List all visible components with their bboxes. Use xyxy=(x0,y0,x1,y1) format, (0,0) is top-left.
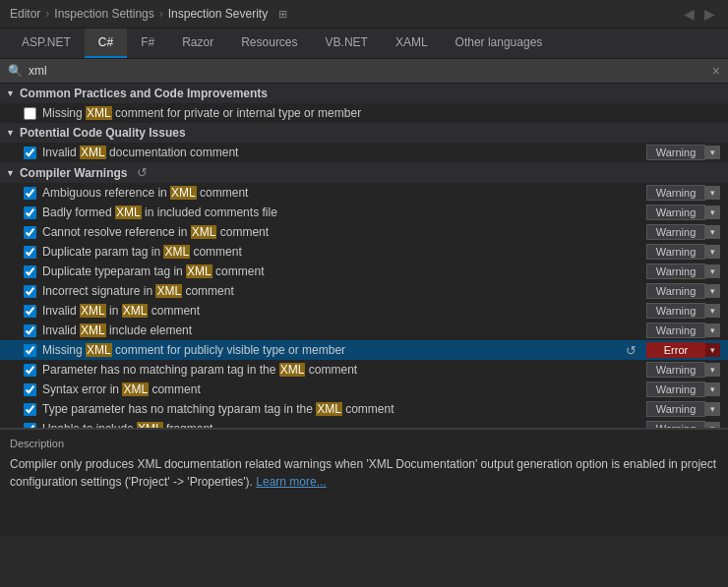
row-invalid-xml-include: Invalid XML include element Warning ▾ xyxy=(0,321,728,340)
checkbox-unable-include[interactable] xyxy=(24,423,36,429)
checkbox-duplicate-param[interactable] xyxy=(24,246,36,259)
checkbox-syntax-error[interactable] xyxy=(24,383,36,396)
sev-arrow-invxmlin[interactable]: ▾ xyxy=(705,304,720,318)
checkbox-invalid-xml-doc[interactable] xyxy=(24,147,36,159)
sev-btn-ambiguous[interactable]: Warning xyxy=(646,185,705,201)
checkbox-badly-formed[interactable] xyxy=(24,206,36,219)
tab-fsharp[interactable]: F# xyxy=(127,29,168,58)
checkbox-ambiguous-ref[interactable] xyxy=(24,187,36,200)
sev-btn-duparam[interactable]: Warning xyxy=(646,244,705,260)
checkbox-missing-xml-private[interactable] xyxy=(24,107,36,120)
tab-bar: ASP.NET C# F# Razor Resources VB.NET XAM… xyxy=(0,29,728,59)
tab-csharp[interactable]: C# xyxy=(85,29,127,58)
sev-cannot: Warning ▾ xyxy=(646,224,720,240)
xml-highlight-2: XML xyxy=(80,146,106,159)
sev-paramnomatch: Warning ▾ xyxy=(646,362,720,378)
label-missing-xml-public: Missing XML comment for publicly visible… xyxy=(42,343,616,357)
sev-arrow-badly[interactable]: ▾ xyxy=(705,205,720,219)
tab-xaml[interactable]: XAML xyxy=(382,29,442,58)
severity-arrow-btn[interactable]: ▾ xyxy=(705,146,720,159)
sev-btn-invinclude[interactable]: Warning xyxy=(646,323,705,338)
sev-incsig: Warning ▾ xyxy=(646,283,720,299)
breadcrumb-sep-1: › xyxy=(45,7,49,21)
label-unable-include: Unable to include XML fragment xyxy=(42,422,640,428)
xml-highlight: XML xyxy=(86,106,112,120)
row-missing-xml-public: Missing XML comment for publicly visible… xyxy=(0,340,728,360)
sev-invxmlin: Warning ▾ xyxy=(646,303,720,319)
xml-h10: XML xyxy=(279,363,306,377)
breadcrumb-inspection-settings[interactable]: Inspection Settings xyxy=(54,7,153,21)
sev-arrow-typeparamnomatch[interactable]: ▾ xyxy=(705,402,720,416)
sev-arrow-syntaxerr[interactable]: ▾ xyxy=(705,382,720,396)
sev-btn-dutype[interactable]: Warning xyxy=(646,264,705,279)
sev-btn-cannot[interactable]: Warning xyxy=(646,224,705,240)
sev-btn-unableinclude[interactable]: Warning xyxy=(646,421,705,428)
row-duplicate-param: Duplicate param tag in XML comment Warni… xyxy=(0,242,728,262)
xml-h11: XML xyxy=(122,382,149,396)
row-invalid-xml-doc: Invalid XML documentation comment Warnin… xyxy=(0,143,728,162)
sev-arrow-paramnomatch[interactable]: ▾ xyxy=(705,363,720,377)
chevron-down-icon: ▼ xyxy=(6,88,15,98)
section-label-potential: Potential Code Quality Issues xyxy=(20,126,186,140)
reset-compiler-section-button[interactable]: ↺ xyxy=(133,165,152,180)
tab-aspnet[interactable]: ASP.NET xyxy=(8,29,85,58)
row-unable-include: Unable to include XML fragment Warning ▾ xyxy=(0,419,728,428)
xml-h6: XML xyxy=(155,284,182,298)
label-invalid-xml-include: Invalid XML include element xyxy=(42,323,640,337)
sev-arrow-ambiguous[interactable]: ▾ xyxy=(705,186,720,200)
breadcrumb-editor[interactable]: Editor xyxy=(10,7,40,21)
section-header-compiler[interactable]: ▼ Compiler Warnings ↺ xyxy=(0,162,728,183)
checkbox-type-param-no-match[interactable] xyxy=(24,403,36,416)
checkbox-incorrect-sig[interactable] xyxy=(24,285,36,298)
tab-other[interactable]: Other languages xyxy=(442,29,557,58)
sev-btn-error[interactable]: Error xyxy=(646,342,705,358)
sev-arrow-unableinclude[interactable]: ▾ xyxy=(705,422,720,428)
checkbox-duplicate-typeparam[interactable] xyxy=(24,265,36,278)
section-header-common[interactable]: ▼ Common Practices and Code Improvements xyxy=(0,84,728,103)
sev-arrow-dutype[interactable]: ▾ xyxy=(705,264,720,278)
sev-arrow-duparam[interactable]: ▾ xyxy=(705,245,720,259)
sev-btn-invxmlin[interactable]: Warning xyxy=(646,303,705,319)
row-cannot-resolve: Cannot resolve reference in XML comment … xyxy=(0,222,728,242)
section-label-common: Common Practices and Code Improvements xyxy=(20,87,268,100)
sev-btn-paramnomatch[interactable]: Warning xyxy=(646,362,705,378)
sev-btn-typeparamnomatch[interactable]: Warning xyxy=(646,401,705,417)
sev-btn-incsig[interactable]: Warning xyxy=(646,283,705,299)
xml-h2: XML xyxy=(115,205,142,219)
tab-vbnet[interactable]: VB.NET xyxy=(312,29,382,58)
tab-razor[interactable]: Razor xyxy=(168,29,227,58)
reset-missing-xml-public-button[interactable]: ↺ xyxy=(622,343,640,358)
breadcrumb-bar: Editor › Inspection Settings › Inspectio… xyxy=(0,0,728,29)
sev-arrow-invinclude[interactable]: ▾ xyxy=(705,323,720,337)
sev-invinclude: Warning ▾ xyxy=(646,323,720,338)
search-input[interactable] xyxy=(29,64,706,78)
sev-arrow-error[interactable]: ▾ xyxy=(705,343,720,357)
checkbox-cannot-resolve[interactable] xyxy=(24,226,36,239)
nav-forward-button[interactable]: ▶ xyxy=(701,6,718,22)
search-clear-button[interactable]: × xyxy=(712,64,720,78)
xml-h3: XML xyxy=(191,225,217,239)
sev-typeparamnomatch: Warning ▾ xyxy=(646,401,720,417)
checkbox-invalid-xml-in[interactable] xyxy=(24,305,36,318)
learn-more-link[interactable]: Learn more... xyxy=(256,475,326,489)
section-header-potential[interactable]: ▼ Potential Code Quality Issues xyxy=(0,123,728,143)
sev-btn-badly[interactable]: Warning xyxy=(646,205,705,220)
inspection-list[interactable]: ▼ Common Practices and Code Improvements… xyxy=(0,84,728,428)
breadcrumb-sep-2: › xyxy=(159,7,163,21)
nav-back-button[interactable]: ◀ xyxy=(681,6,698,22)
sev-btn-syntaxerr[interactable]: Warning xyxy=(646,382,705,397)
severity-warning-btn[interactable]: Warning xyxy=(646,145,705,160)
sev-dutype: Warning ▾ xyxy=(646,264,720,279)
checkbox-param-no-match[interactable] xyxy=(24,364,36,377)
xml-h7b: XML xyxy=(122,304,149,318)
severity-dropdown-invalid-xml-doc: Warning ▾ xyxy=(646,145,720,160)
description-area: Description Compiler only produces XML d… xyxy=(0,428,728,536)
sev-arrow-incsig[interactable]: ▾ xyxy=(705,284,720,298)
sev-badly: Warning ▾ xyxy=(646,205,720,220)
checkbox-invalid-xml-include[interactable] xyxy=(24,324,36,337)
sev-arrow-cannot[interactable]: ▾ xyxy=(705,225,720,239)
checkbox-missing-xml-public[interactable] xyxy=(24,344,36,357)
row-ambiguous-ref: Ambiguous reference in XML comment Warni… xyxy=(0,183,728,203)
description-title: Description xyxy=(10,438,718,449)
tab-resources[interactable]: Resources xyxy=(227,29,311,58)
